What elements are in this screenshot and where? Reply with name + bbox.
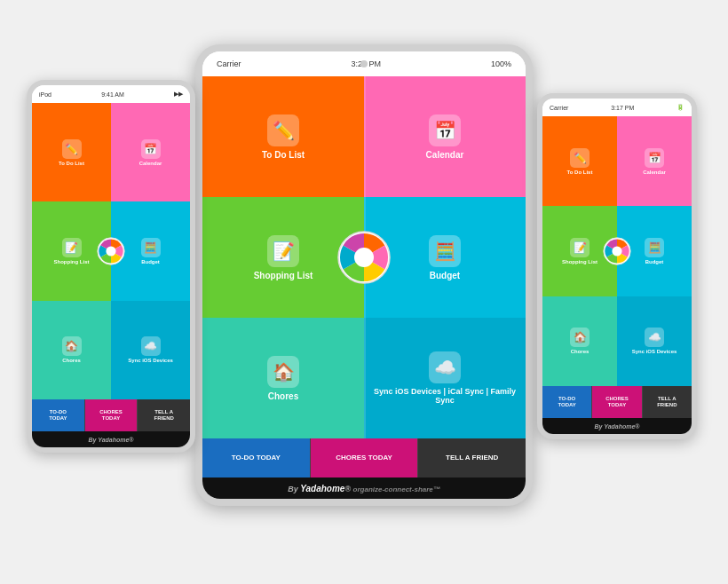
- tablet-todo-icon: ✏️: [267, 114, 299, 146]
- phone-right-budget-label: Budget: [645, 259, 664, 264]
- phone-left-todo-label: To Do List: [59, 161, 84, 166]
- tablet-footer: By Yadahome® organize-connect-share™: [202, 477, 526, 499]
- tablet-screen: ✏️ To Do List 📅 Calendar 📝 Shopping List…: [202, 76, 526, 438]
- tablet-chores-btn[interactable]: CHORES TODAY: [311, 438, 419, 477]
- tablet-chores-label: Chores: [268, 391, 298, 401]
- tablet-sync-icon: ☁️: [429, 351, 461, 383]
- phone-right-todo-icon: ✏️: [570, 148, 590, 168]
- phone-left-shopping-label: Shopping List: [54, 259, 90, 264]
- phone-right-time: 3:17 PM: [611, 105, 634, 111]
- phone-left-screen: ✏️ To Do List 📅 Calendar 📝 Shopping List…: [32, 103, 190, 399]
- phone-left: iPod 9:41 AM ▶▶ ✏️ To Do List 📅 Calendar…: [27, 80, 195, 453]
- phone-left-friend-btn[interactable]: TELL AFRIEND: [138, 399, 190, 431]
- phone-left-chores-icon: 🏠: [62, 336, 82, 356]
- phone-left-sync-label: Sync iOS Devices: [128, 358, 173, 363]
- phone-right-shopping-label: Shopping List: [562, 259, 597, 264]
- phone-left-calendar[interactable]: 📅 Calendar: [111, 103, 190, 201]
- phone-left-sync-icon: ☁️: [141, 336, 161, 356]
- phone-left-logo: [97, 237, 125, 265]
- phone-right-sync-label: Sync iOS Devices: [632, 349, 677, 354]
- phone-left-calendar-label: Calendar: [139, 161, 162, 166]
- svg-point-5: [612, 246, 621, 256]
- phone-right-logo: [603, 237, 631, 265]
- tablet-friend-btn[interactable]: TELL A FRIEND: [418, 438, 526, 477]
- tablet-todo[interactable]: ✏️ To Do List: [202, 76, 364, 197]
- tablet-sync-label: Sync iOS Devices | iCal Sync | Family Sy…: [373, 387, 517, 405]
- phone-right-budget-icon: 🧮: [645, 238, 664, 257]
- phone-left-chores-label: Chores: [62, 358, 81, 363]
- tablet-budget-icon: 🧮: [429, 235, 461, 267]
- phone-right-chores-label: Chores: [571, 349, 590, 354]
- phone-right-todo-btn[interactable]: TO-DOTODAY: [542, 386, 592, 418]
- phone-right-brand: By Yadahome®: [594, 423, 639, 430]
- tablet-bottom-bar: TO-DO TODAY CHORES TODAY TELL A FRIEND: [202, 438, 526, 477]
- tablet-budget-label: Budget: [430, 271, 460, 280]
- tablet-todo-btn[interactable]: TO-DO TODAY: [202, 438, 311, 477]
- phone-left-top-bar: iPod 9:41 AM ▶▶: [32, 85, 190, 103]
- tablet-sync[interactable]: ☁️ Sync iOS Devices | iCal Sync | Family…: [364, 318, 526, 438]
- phone-right-sync[interactable]: ☁️ Sync iOS Devices: [617, 296, 692, 386]
- phone-left-shopping-icon: 📝: [62, 238, 82, 257]
- tablet-calendar[interactable]: 📅 Calendar: [364, 76, 526, 197]
- phone-right-footer: By Yadahome®: [542, 418, 692, 434]
- tablet-app: ✏️ To Do List 📅 Calendar 📝 Shopping List…: [202, 76, 526, 438]
- tablet-calendar-icon: 📅: [429, 114, 461, 146]
- tablet-carrier: Carrier: [217, 59, 241, 68]
- phone-left-chores[interactable]: 🏠 Chores: [32, 301, 111, 399]
- phone-right-calendar-label: Calendar: [643, 170, 666, 175]
- phone-right-calendar[interactable]: 📅 Calendar: [617, 116, 692, 206]
- phone-right-chores-icon: 🏠: [570, 328, 590, 347]
- phone-left-carrier: iPod: [39, 91, 51, 98]
- phone-right-shopping-icon: 📝: [570, 238, 590, 257]
- tablet-shopping-icon: 📝: [267, 235, 299, 267]
- phone-right-todo-label: To Do List: [567, 170, 593, 175]
- phone-right-chores-btn[interactable]: CHORESTODAY: [592, 386, 642, 418]
- tablet-shopping-label: Shopping List: [254, 271, 313, 280]
- phone-left-budget-label: Budget: [141, 259, 160, 264]
- phone-right-todo[interactable]: ✏️ To Do List: [542, 116, 617, 206]
- phone-left-todo-btn[interactable]: TO-DOTODAY: [32, 399, 85, 431]
- phone-left-calendar-icon: 📅: [141, 139, 161, 159]
- phone-left-chores-btn[interactable]: CHORESTODAY: [85, 399, 138, 431]
- phone-right-battery: 🔋: [677, 104, 684, 111]
- phone-right-calendar-icon: 📅: [645, 148, 664, 168]
- phone-left-budget-icon: 🧮: [141, 238, 161, 257]
- tablet-logo: [337, 231, 391, 284]
- phone-left-app: ✏️ To Do List 📅 Calendar 📝 Shopping List…: [32, 103, 190, 399]
- tablet-camera: [360, 60, 368, 67]
- phone-right: Carrier 3:17 PM 🔋 ✏️ To Do List 📅 Calend…: [537, 93, 697, 439]
- phone-right-app: ✏️ To Do List 📅 Calendar 📝 Shopping List…: [542, 116, 692, 386]
- tablet-calendar-label: Calendar: [426, 150, 464, 160]
- tablet: Carrier 3:23 PM 100% ✏️ To Do List 📅 Cal…: [195, 44, 533, 506]
- phone-right-bottom-bar: TO-DOTODAY CHORESTODAY TELL AFRIEND: [542, 386, 692, 418]
- phone-left-bottom-bar: TO-DOTODAY CHORESTODAY TELL AFRIEND: [32, 399, 190, 431]
- phone-right-sync-icon: ☁️: [645, 328, 664, 347]
- tablet-battery: 100%: [491, 59, 511, 68]
- svg-point-1: [106, 246, 115, 256]
- tablet-brand: By Yadahome® organize-connect-share™: [288, 484, 440, 493]
- phone-right-carrier: Carrier: [550, 105, 568, 111]
- phone-left-sync[interactable]: ☁️ Sync iOS Devices: [111, 301, 190, 399]
- tablet-chores-icon: 🏠: [267, 356, 299, 388]
- phone-right-friend-btn[interactable]: TELL AFRIEND: [643, 386, 692, 418]
- phone-right-chores[interactable]: 🏠 Chores: [542, 296, 617, 386]
- phone-right-screen: ✏️ To Do List 📅 Calendar 📝 Shopping List…: [542, 116, 692, 386]
- tablet-todo-label: To Do List: [262, 150, 305, 160]
- phone-left-footer: By Yadahome®: [32, 431, 190, 447]
- screenshot-container: iPod 9:41 AM ▶▶ ✏️ To Do List 📅 Calendar…: [0, 0, 728, 584]
- phone-left-brand: By Yadahome®: [88, 437, 133, 443]
- phone-right-top-bar: Carrier 3:17 PM 🔋: [542, 99, 692, 116]
- phone-left-time: 9:41 AM: [101, 91, 124, 98]
- svg-point-3: [354, 248, 374, 267]
- phone-left-todo[interactable]: ✏️ To Do List: [32, 103, 111, 201]
- tablet-chores[interactable]: 🏠 Chores: [202, 318, 364, 438]
- phone-left-battery: ▶▶: [174, 91, 183, 98]
- phone-left-todo-icon: ✏️: [62, 139, 82, 159]
